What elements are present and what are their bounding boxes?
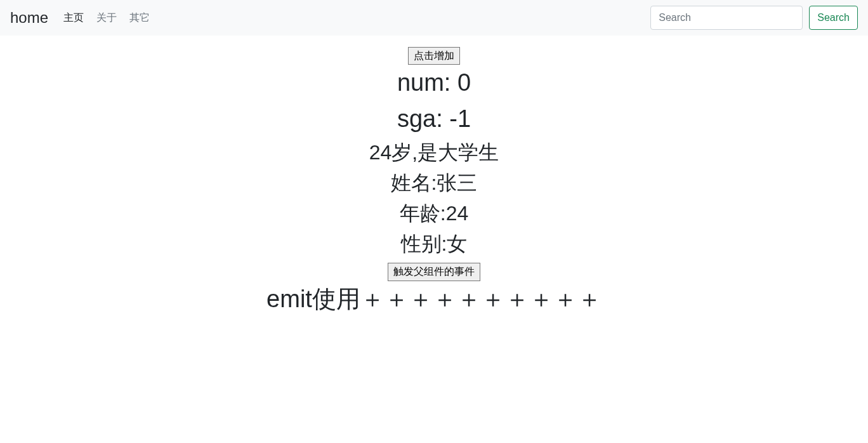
nav-right: Search — [650, 6, 858, 30]
emit-line: emit使用＋＋＋＋＋＋＋＋＋＋ — [266, 281, 602, 317]
main-content: 点击增加 num: 0 sga: -1 24岁,是大学生 姓名:张三 年龄:24… — [0, 36, 868, 317]
content-inner: 点击增加 num: 0 sga: -1 24岁,是大学生 姓名:张三 年龄:24… — [266, 47, 602, 317]
trigger-parent-button[interactable]: 触发父组件的事件 — [388, 263, 480, 281]
navbar: home 主页 关于 其它 Search — [0, 0, 868, 36]
search-input[interactable] — [650, 6, 803, 30]
brand[interactable]: home — [10, 9, 48, 27]
nav-link-about[interactable]: 关于 — [96, 11, 117, 25]
sga-line: sga: -1 — [266, 101, 602, 137]
num-line: num: 0 — [266, 65, 602, 101]
increment-button[interactable]: 点击增加 — [408, 47, 460, 65]
nav-link-home[interactable]: 主页 — [63, 11, 84, 25]
name-line: 姓名:张三 — [266, 168, 602, 198]
search-button[interactable]: Search — [809, 6, 858, 30]
age-student-line: 24岁,是大学生 — [266, 137, 602, 168]
gender-line: 性别:女 — [266, 228, 602, 259]
age-line: 年龄:24 — [266, 198, 602, 228]
nav-links: 主页 关于 其它 — [63, 11, 150, 25]
nav-left: home 主页 关于 其它 — [10, 9, 150, 27]
nav-link-other[interactable]: 其它 — [129, 11, 150, 25]
